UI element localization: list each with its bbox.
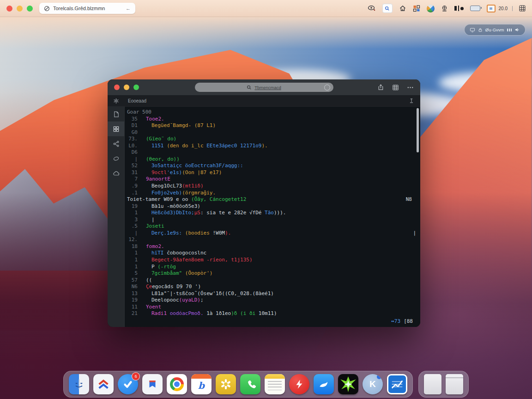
editor-tab-row: Eooeaad <box>108 95 420 107</box>
code-line[interactable]: D1Begüed¯Bamgd- (87 L1) <box>126 122 420 129</box>
code-line[interactable]: |Derç.1e9s: (boodies !W0M).| <box>126 230 420 237</box>
code-line[interactable]: 79anoortE <box>126 176 420 183</box>
maximize-button[interactable] <box>27 6 33 12</box>
share-nodes-icon <box>113 140 120 147</box>
sidebar-item-share-nodes[interactable] <box>108 136 124 151</box>
code-line[interactable]: 319octlˈe1s)(Oon |87 e17) <box>126 169 420 176</box>
dock-gray-document-icon[interactable] <box>424 374 441 394</box>
flower-icon[interactable] <box>108 97 124 104</box>
search-text: Tbmencmacd <box>254 85 281 90</box>
code-line[interactable]: 19Bà1u -mô0öoδ5e3) <box>126 203 420 210</box>
code-line[interactable]: D6 <box>126 149 420 156</box>
dock-gray-bin-icon[interactable] <box>446 374 463 394</box>
code-line[interactable]: 19Deelopooc(uyaLD); <box>126 297 420 304</box>
share-icon[interactable] <box>377 84 384 91</box>
dock-bolt-icon[interactable] <box>289 374 309 394</box>
sphere-icon[interactable] <box>427 5 435 12</box>
code-line[interactable]: 73.(Gïeo¨ do) <box>126 136 420 143</box>
code-line[interactable]: 13L81a"¯|·tsßĉoo˜(Ósew'1δ((C0,_028.(8àeé… <box>126 290 420 297</box>
cursor: | <box>413 230 416 237</box>
dock-settings-gear-icon[interactable] <box>216 374 236 394</box>
dock-main-group: 6bK <box>63 371 413 398</box>
code-line[interactable]: .5Joseti <box>126 223 420 230</box>
dock: 6bK <box>63 371 469 398</box>
close-button[interactable] <box>114 85 120 90</box>
editor-body: Goar 50035Tooe2.D1Begüed¯Bamgd- (87 L1)G… <box>108 107 420 327</box>
grid-icon[interactable] <box>392 84 399 91</box>
home-icon[interactable] <box>399 5 406 12</box>
speaker-icon[interactable] <box>514 27 520 32</box>
sidebar-item-document[interactable] <box>108 107 124 121</box>
cloud <box>439 72 531 93</box>
minimize-button[interactable] <box>17 6 23 12</box>
code-line[interactable]: 1hïTI ĉoboogocoslnc <box>126 250 420 257</box>
code-line[interactable]: N6Çeegocâds D9 70 ') <box>126 284 420 290</box>
dock-k-app-icon[interactable]: K <box>363 374 383 394</box>
code-line[interactable]: 523o5attaiçc öoEoctrcah3F/aqgg:: <box>126 163 420 169</box>
tab-title: Torelcals.Grêd.blzmmn <box>53 6 122 11</box>
editor-window-controls <box>114 85 139 90</box>
code-line[interactable]: 12. <box>126 236 420 243</box>
dock-bird-icon[interactable] <box>314 374 334 394</box>
extensions-icon[interactable] <box>413 5 420 12</box>
reload-icon[interactable] <box>324 85 330 91</box>
dock-notes-icon[interactable] <box>265 374 285 394</box>
code-line[interactable]: 57gcïmbåam" (Ôoopòr') <box>126 270 420 277</box>
screen: Torelcals.Grêd.blzmmn ← 20.0 Øu·Gvvm <box>0 0 532 399</box>
code-line[interactable]: Toiet-tamer W09 e oo (Öây, Cáncogetet12 <box>126 196 420 203</box>
dock-phone-icon[interactable] <box>240 374 260 394</box>
dock-tasks-check-icon[interactable]: 6 <box>118 374 138 394</box>
minimize-button[interactable] <box>124 85 129 90</box>
meter-icon <box>507 29 512 31</box>
code-line[interactable]: 1P (-rtôg <box>126 264 420 271</box>
sidebar-item-cloud[interactable] <box>108 166 124 181</box>
dock-pocket-icon[interactable] <box>142 374 163 394</box>
code-line[interactable]: |(θeor, do)) <box>126 156 420 163</box>
code-line[interactable]: 11Yoent <box>126 304 420 311</box>
back-arrow-icon[interactable]: ← <box>126 6 131 11</box>
zoom-level: 20.0 <box>499 6 508 11</box>
code-editor[interactable]: Goar 50035Tooe2.D1Begüed¯Bamgd- (87 L1)G… <box>125 107 420 327</box>
close-button[interactable] <box>6 6 12 12</box>
battery-icon[interactable] <box>470 6 480 11</box>
dock-finder-icon[interactable] <box>69 374 89 394</box>
window-titlebar[interactable]: Tbmencmacd <box>108 79 420 95</box>
sidebar-item-grid4[interactable] <box>108 121 124 136</box>
sidebar-item-tag[interactable] <box>108 151 124 166</box>
wallpaper-horizon-glow <box>0 17 532 49</box>
code-line[interactable]: 1Begect-9âafen8oem -ríeon, t1j135) <box>126 257 420 264</box>
code-line[interactable]: G0 <box>126 129 420 136</box>
pin-icon[interactable] <box>408 97 415 104</box>
audio-icon[interactable] <box>454 6 464 11</box>
maximize-button[interactable] <box>133 85 139 90</box>
dock-airdrop-chevrons-icon[interactable] <box>93 374 114 394</box>
code-line[interactable]: 57(( <box>126 277 420 284</box>
window-controls <box>6 6 33 12</box>
dock-chrome-icon[interactable] <box>167 374 187 394</box>
grid-window-icon[interactable] <box>519 5 526 12</box>
editor-tab-label[interactable]: Eooeaad <box>128 98 408 103</box>
status-pill[interactable]: Øu·Gvvm <box>464 24 526 36</box>
eye-icon[interactable] <box>368 5 376 12</box>
menubar-status-icons: 20.0 <box>368 4 526 13</box>
zoom-box-icon[interactable]: 20.0 <box>487 5 513 12</box>
code-line[interactable]: 18fomo2. <box>126 243 420 250</box>
code-line[interactable]: 3| <box>126 217 420 224</box>
dock-docs-b-icon[interactable]: b <box>191 374 212 394</box>
dock-chart-window-icon[interactable] <box>387 374 407 394</box>
tag-icon <box>113 155 120 162</box>
stamp-icon[interactable] <box>441 5 448 12</box>
wallpaper-rocky-mountain <box>0 169 125 271</box>
code-line[interactable]: .9Beog1OcL73(mt1iδ) <box>126 183 420 190</box>
code-line[interactable]: 35Tooe2. <box>126 116 420 123</box>
code-line[interactable]: 1Hèßcôd3)DbIto;μS: sia te e 282e √fDé Tā… <box>126 210 420 217</box>
code-line[interactable]: L0.1151 (den do i_lc EEte3ápec0 12171o9)… <box>126 143 420 150</box>
divider <box>512 6 513 11</box>
dock-starburst-icon[interactable] <box>338 374 358 394</box>
code-line[interactable]: 21Radi1 oodóacPmoð. 1à 1ð1eo)δ (i ði 10m… <box>126 310 420 317</box>
search-box-icon[interactable] <box>382 4 393 13</box>
code-line[interactable]: .1Fo0jo2veb)(örgmraĝiy. <box>126 190 420 197</box>
browser-tab[interactable]: Torelcals.Grêd.blzmmn ← <box>39 3 135 14</box>
search-input[interactable]: Tbmencmacd <box>195 83 333 92</box>
more-icon[interactable] <box>407 84 414 91</box>
